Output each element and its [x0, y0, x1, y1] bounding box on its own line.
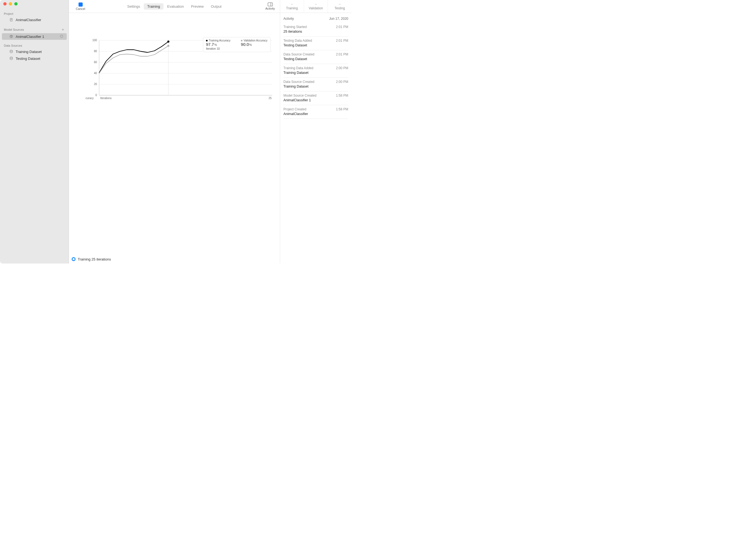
- validation-accuracy-value: 90.0: [241, 42, 249, 47]
- data-source-item[interactable]: Training Dataset: [2, 48, 67, 55]
- metric-label: Training: [286, 6, 298, 10]
- activity-time: 2:00 PM: [336, 66, 348, 70]
- data-sources-section-header: Data Sources: [0, 43, 69, 48]
- close-window-button[interactable]: [3, 2, 7, 5]
- metric-cell-training: –Training: [280, 0, 304, 12]
- svg-rect-11: [268, 3, 273, 6]
- validation-accuracy-unit: %: [249, 43, 252, 46]
- project-item[interactable]: AnimalClassifier: [2, 17, 67, 23]
- activity-item: Model Source Created1:58 PMAnimalClassif…: [283, 91, 348, 105]
- activity-detail: Testing Dataset: [283, 57, 348, 61]
- iteration-label: Iteration 10: [206, 47, 230, 50]
- metric-cell-validation: –Validation: [304, 0, 328, 12]
- svg-text:100: 100: [92, 39, 97, 42]
- activity-item: Testing Data Added2:01 PMTesting Dataset: [283, 36, 348, 50]
- activity-detail: Training Dataset: [283, 71, 348, 75]
- activity-title: Model Source Created: [283, 94, 316, 98]
- model-source-item[interactable]: AnimalClassifier 1: [2, 33, 67, 40]
- svg-line-3: [60, 35, 61, 36]
- database-icon: [9, 50, 14, 54]
- metric-value: –: [339, 2, 340, 6]
- activity-title: Testing Data Added: [283, 39, 312, 43]
- main-tabs: SettingsTrainingEvaluationPreviewOutput: [124, 3, 225, 9]
- minimize-window-button[interactable]: [9, 2, 12, 5]
- svg-text:Accuracy: Accuracy: [85, 97, 94, 100]
- activity-time: 1:58 PM: [336, 94, 348, 98]
- activity-item: Training Data Added2:00 PMTraining Datas…: [283, 64, 348, 78]
- activity-item: Project Created1:58 PMAnimalClassifier: [283, 105, 348, 119]
- svg-text:60: 60: [94, 61, 97, 64]
- add-model-source-button[interactable]: ＋: [61, 27, 65, 32]
- svg-point-10: [10, 57, 12, 58]
- svg-point-30: [167, 45, 170, 47]
- model-sources-label: Model Sources: [4, 28, 24, 31]
- svg-text:Iterations: Iterations: [100, 97, 111, 100]
- activity-detail: 25 iterations: [283, 30, 348, 33]
- svg-text:20: 20: [94, 83, 97, 86]
- activity-time: 2:01 PM: [336, 52, 348, 56]
- svg-line-8: [62, 35, 62, 36]
- activity-item: Training Started2:01 PM25 iterations: [283, 23, 348, 36]
- activity-panel: –Training–Validation–Testing Activity Ju…: [280, 0, 352, 264]
- metrics-summary: –Training–Validation–Testing: [280, 0, 352, 13]
- training-accuracy-unit: %: [214, 43, 217, 46]
- training-dot-icon: [206, 40, 208, 42]
- validation-dot-icon: [241, 40, 242, 42]
- activity-header-label: Activity: [283, 17, 294, 21]
- svg-line-4: [62, 37, 62, 37]
- activity-time: 2:01 PM: [336, 39, 348, 43]
- activity-panel-toggle[interactable]: Activity: [265, 2, 275, 10]
- project-section-header: Project: [0, 11, 69, 16]
- model-sources-section-header: Model Sources ＋: [0, 26, 69, 33]
- activity-item: Data Source Created2:01 PMTesting Datase…: [283, 50, 348, 64]
- sidebar-right-icon: [267, 2, 273, 6]
- activity-title: Data Source Created: [283, 52, 314, 56]
- activity-detail: AnimalClassifier: [283, 112, 348, 116]
- spinner-icon: [59, 34, 64, 39]
- metric-value: –: [315, 2, 317, 6]
- project-name: AnimalClassifier: [16, 18, 41, 22]
- metric-label: Validation: [309, 6, 323, 10]
- activity-detail: AnimalClassifier 1: [283, 98, 348, 102]
- tab-preview[interactable]: Preview: [187, 3, 207, 9]
- chart-area: Training Accuracy 97.7 % Iteration 10 Va…: [69, 13, 280, 107]
- tab-settings[interactable]: Settings: [124, 3, 144, 9]
- activity-header: Activity Jun 17, 2020: [280, 13, 352, 23]
- activity-date: Jun 17, 2020: [329, 17, 348, 21]
- activity-list: Training Started2:01 PM25 iterationsTest…: [280, 23, 352, 119]
- svg-text:0: 0: [95, 94, 97, 97]
- document-icon: [9, 18, 14, 22]
- training-accuracy-label: Training Accuracy: [209, 39, 230, 42]
- data-sources-label: Data Sources: [4, 44, 22, 47]
- tab-evaluation[interactable]: Evaluation: [164, 3, 187, 9]
- training-accuracy-value: 97.7: [206, 42, 214, 47]
- app-window: Project AnimalClassifier Model Sources ＋…: [0, 0, 352, 264]
- maximize-window-button[interactable]: [14, 2, 18, 5]
- data-source-name: Training Dataset: [16, 50, 42, 54]
- window-controls: [0, 0, 18, 8]
- tab-output[interactable]: Output: [207, 3, 225, 9]
- data-source-name: Testing Dataset: [16, 57, 41, 61]
- project-section-label: Project: [4, 12, 13, 16]
- database-icon: [9, 57, 14, 60]
- activity-title: Data Source Created: [283, 80, 314, 84]
- svg-point-9: [10, 50, 12, 51]
- svg-point-29: [167, 41, 170, 43]
- metric-label: Testing: [335, 6, 345, 10]
- data-source-item[interactable]: Testing Dataset: [2, 55, 67, 62]
- sidebar: Project AnimalClassifier Model Sources ＋…: [0, 0, 69, 264]
- activity-time: 2:01 PM: [336, 25, 348, 29]
- stop-icon: [79, 2, 83, 7]
- cancel-label: Cancel: [76, 7, 85, 10]
- tab-training[interactable]: Training: [144, 3, 163, 9]
- toolbar: Cancel SettingsTrainingEvaluationPreview…: [69, 0, 280, 13]
- cancel-button[interactable]: Cancel: [74, 2, 87, 10]
- activity-title: Training Data Added: [283, 66, 313, 70]
- svg-text:40: 40: [94, 72, 97, 75]
- svg-line-7: [60, 37, 61, 37]
- chart-legend: Training Accuracy 97.7 % Iteration 10 Va…: [203, 37, 271, 52]
- status-bar: Training 25 iterations: [69, 255, 280, 264]
- metric-cell-testing: –Testing: [328, 0, 352, 12]
- svg-text:25: 25: [268, 97, 272, 100]
- activity-title: Training Started: [283, 25, 307, 29]
